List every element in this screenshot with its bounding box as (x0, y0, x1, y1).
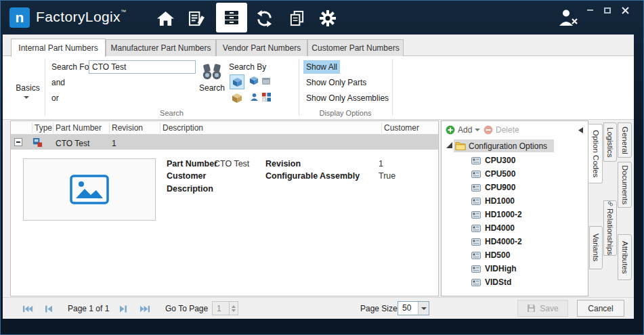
app-logo: n (9, 7, 30, 28)
previous-page-button[interactable] (44, 304, 56, 313)
go-to-page-spinner[interactable] (229, 302, 238, 315)
basics-caret-icon[interactable] (24, 96, 29, 99)
detail-revision-value: 1 (379, 159, 383, 169)
close-button[interactable] (618, 4, 632, 16)
tree-item[interactable]: HD1000 (442, 194, 588, 208)
row-revision: 1 (112, 137, 116, 150)
tab-documents[interactable]: Documents (618, 162, 632, 208)
app-logo-letter: n (16, 9, 24, 25)
search-by-bom-icon[interactable] (261, 91, 272, 102)
page-size-value: 50 (398, 302, 418, 315)
ribbon-separator (45, 59, 45, 116)
last-page-button[interactable] (139, 304, 152, 313)
tab-relationships[interactable]: Relationships (603, 200, 617, 256)
search-by-packages-icon[interactable] (261, 75, 272, 86)
display-option-show-all[interactable]: Show All (303, 60, 340, 74)
search-by-assemblies-icon[interactable] (231, 92, 243, 104)
tree-items: CPU300 CPU500 CPU900 HD1000 HD1000-2 (442, 154, 588, 289)
app-window: n FactoryLogix™ (0, 0, 644, 335)
tree-item[interactable]: CPU900 (442, 181, 588, 194)
add-button[interactable]: Add (446, 124, 480, 136)
tab-logistics[interactable]: Logistics (603, 122, 617, 162)
option-code-icon (471, 157, 481, 164)
documents-copy-icon[interactable] (285, 8, 308, 28)
ribbon: Basics Search For and or (3, 56, 634, 120)
detail-customer-label: Customer (167, 171, 206, 181)
tree-expander-icon[interactable] (446, 142, 452, 148)
panel-collapse-arrow-icon[interactable] (578, 127, 584, 133)
tree-item[interactable]: HD4000 (442, 221, 588, 235)
app-body: Internal Part Numbers Manufacturer Part … (3, 35, 634, 319)
parts-library-icon (223, 9, 240, 26)
tab-variants[interactable]: Variants (589, 226, 603, 269)
tree-item[interactable]: VIDStd (442, 275, 588, 289)
column-part-number[interactable]: Part Number (56, 121, 102, 135)
row-part-number: CTO Test (56, 137, 89, 150)
tree-item[interactable]: HD500 (442, 248, 588, 262)
detail-part-number-value: CTO Test (214, 159, 249, 169)
row-collapse-toggle[interactable] (14, 138, 22, 146)
column-customer[interactable]: Customer (384, 121, 419, 135)
tab-general[interactable]: General (618, 122, 632, 158)
column-description[interactable]: Description (163, 121, 203, 135)
option-code-icon (471, 265, 481, 273)
option-code-icon (471, 252, 481, 259)
tree-item[interactable]: VIDHigh (442, 262, 588, 275)
minimize-button[interactable] (583, 4, 597, 16)
binoculars-icon (202, 62, 222, 80)
tab-option-codes[interactable]: Option Codes (588, 124, 603, 183)
ribbon-separator (392, 59, 393, 116)
grid-header: Type Part Number Revision Description Cu… (11, 121, 438, 135)
tree-item[interactable]: HD4000-2 (442, 235, 588, 248)
go-to-page-value[interactable] (213, 302, 229, 315)
maximize-button[interactable] (601, 4, 614, 16)
detail-revision-label: Revision (265, 159, 301, 169)
save-button[interactable]: Save (517, 300, 568, 317)
first-page-button[interactable] (22, 304, 35, 313)
detail-configurable-assembly-label: Configurable Assembly (265, 171, 360, 181)
page-size-select[interactable]: 50 (398, 301, 429, 315)
detail-description-label: Description (167, 184, 213, 194)
worksheets-icon[interactable] (185, 8, 208, 28)
tab-customer-part-numbers[interactable]: Customer Part Numbers (307, 39, 404, 56)
tree-item[interactable]: CPU300 (442, 154, 588, 167)
table-row[interactable]: CTO Test 1 (11, 135, 438, 150)
display-option-show-only-assemblies[interactable]: Show Only Assemblies (303, 91, 391, 105)
cancel-button[interactable]: Cancel (577, 300, 624, 317)
add-plus-icon (446, 125, 455, 135)
search-by-parts-icon[interactable] (230, 74, 244, 89)
home-icon[interactable] (154, 8, 177, 28)
delete-minus-icon (484, 125, 493, 135)
search-for-input[interactable] (89, 60, 196, 74)
option-code-icon (471, 238, 481, 246)
option-code-icon (471, 198, 481, 205)
delete-button[interactable]: Delete (484, 124, 519, 136)
sync-icon[interactable] (253, 8, 276, 28)
settings-gear-icon[interactable] (316, 8, 339, 28)
search-by-customers-icon[interactable] (249, 91, 259, 102)
column-revision[interactable]: Revision (112, 121, 143, 135)
picture-icon (70, 175, 109, 204)
tab-internal-part-numbers[interactable]: Internal Part Numbers (11, 39, 106, 57)
tab-vendor-part-numbers[interactable]: Vendor Part Numbers (216, 39, 307, 56)
tree-item[interactable]: HD1000-2 (442, 208, 588, 221)
go-to-page-input[interactable] (212, 301, 238, 315)
basics-menu[interactable]: Basics (12, 83, 43, 93)
tab-attributes[interactable]: Attributes (618, 234, 632, 280)
display-option-show-only-parts[interactable]: Show Only Parts (303, 76, 369, 89)
add-caret-icon (475, 129, 480, 131)
option-code-icon (471, 211, 481, 219)
search-group-label: Search (45, 109, 299, 117)
logout-user-icon[interactable] (556, 7, 579, 27)
column-type[interactable]: Type (35, 121, 52, 135)
parts-library-active-tool[interactable] (216, 3, 247, 32)
search-button[interactable] (201, 62, 223, 81)
tree-item[interactable]: CPU500 (442, 167, 588, 181)
option-code-icon (471, 184, 481, 192)
go-to-page-label: Go To Page (165, 304, 208, 313)
next-page-button[interactable] (118, 304, 130, 313)
tab-manufacturer-part-numbers[interactable]: Manufacturer Part Numbers (106, 39, 216, 56)
tree-root-configuration-options[interactable]: Configuration Options (454, 139, 554, 152)
search-by-components-icon[interactable] (249, 75, 259, 86)
part-image-placeholder[interactable] (23, 158, 156, 221)
